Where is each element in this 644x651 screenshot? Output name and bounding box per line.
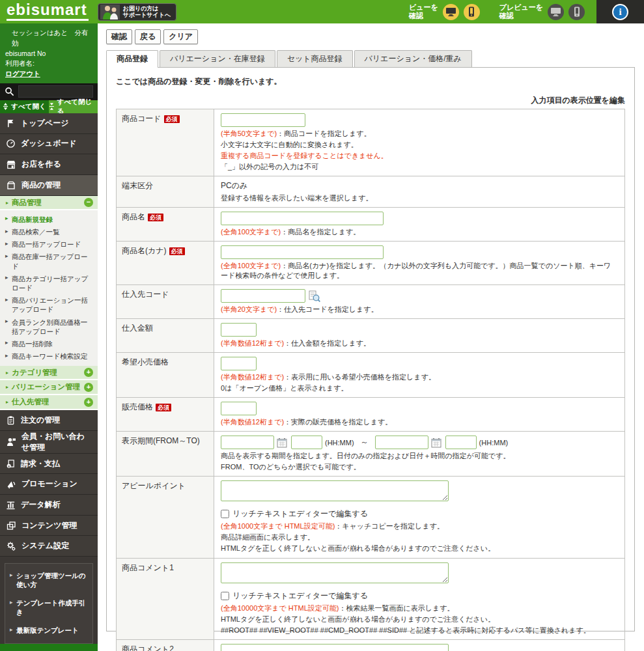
info-icon[interactable]: i — [612, 4, 628, 20]
sidebar-item-data-analysis[interactable]: データ解析 — [0, 495, 98, 516]
calendar-icon[interactable] — [277, 437, 287, 448]
clipboard-icon — [6, 415, 16, 425]
desktop-icon — [445, 7, 456, 17]
sidebar-footer-strip — [0, 644, 98, 651]
preview-desktop-button[interactable] — [548, 4, 564, 20]
submenu-item-variation-upload[interactable]: 商品バリエーション一括アップロード — [0, 294, 98, 316]
gear-icon — [6, 541, 16, 551]
tab-variation-price-weight[interactable]: バリエーション・価格/重み — [354, 50, 472, 67]
back-button[interactable]: 戻る — [135, 29, 161, 44]
product-form-table: 商品コード必須 (半角50文字まで)：商品コードを指定します。 小文字は大文字に… — [116, 109, 625, 651]
support-staff-photo — [100, 5, 120, 20]
submenu-item-rank-price-upload[interactable]: 会員ランク別商品価格一括アップロード — [0, 316, 98, 337]
period-from-time-input[interactable] — [291, 436, 322, 449]
sidebar-item-order-management[interactable]: 注文の管理 — [0, 410, 98, 431]
submenu-item-new-product[interactable]: 商品新規登録 — [0, 213, 98, 225]
submenu-item-stock-upload[interactable]: 商品在庫一括アップロード — [0, 251, 98, 272]
section-arrow-icon: ▸ — [6, 200, 8, 206]
field-label: アピールポイント — [122, 481, 186, 490]
product-name-kana-input[interactable] — [221, 245, 384, 259]
open-all-label: すべて開く — [11, 102, 46, 111]
view-label-line2: 確認 — [409, 12, 438, 20]
sidebar-search-input[interactable] — [18, 85, 93, 98]
help-link-template-guide[interactable]: テンプレート作成手引き — [7, 594, 91, 622]
sidebar-item-content-management[interactable]: コンテンツ管理 — [0, 516, 98, 536]
tab-variation-stock[interactable]: バリエーション・在庫登録 — [160, 50, 275, 67]
dashboard-icon — [6, 139, 16, 148]
preview-mobile-button[interactable] — [568, 4, 585, 20]
field-label: 表示期間(FROM～TO) — [122, 436, 200, 445]
form-panel: ここでは商品の登録・変更・削除を行います。 入力項目の表示位置を編集 商品コード… — [106, 67, 635, 631]
tab-set-product[interactable]: セット商品登録 — [277, 50, 353, 67]
product-code-input[interactable] — [221, 113, 305, 127]
row-appeal-point: アピールポイント リッチテキストエディターで編集する (全角1000文字まで H… — [117, 477, 624, 558]
clear-button[interactable]: クリア — [163, 29, 198, 44]
section-category-management[interactable]: ▸ カテゴリ管理 + — [0, 366, 98, 381]
help-link-shop-tool-guide[interactable]: ショップ管理ツールの使い方 — [7, 567, 91, 594]
appeal-point-textarea[interactable] — [221, 480, 449, 501]
supplier-code-input[interactable] — [221, 289, 305, 303]
appeal-point-richtext-checkbox[interactable] — [221, 510, 229, 518]
field-label: 商品名(カナ) — [122, 246, 167, 255]
row-product-name-kana: 商品名(カナ)必須 (全角100文字まで)：商品名(カナ)を指定します。（カナ以… — [117, 242, 624, 284]
submenu-item-category-upload[interactable]: 商品カテゴリ一括アップロード — [0, 272, 98, 294]
logout-link[interactable]: ログアウト — [5, 69, 40, 79]
period-to-time-input[interactable] — [445, 436, 477, 449]
sidebar-item-label: 注文の管理 — [21, 415, 60, 426]
expand-icon[interactable]: + — [84, 383, 93, 392]
sidebar-item-label: トップページ — [21, 118, 68, 129]
row-product-comment-2: 商品コメント2 リッチテキストエディターで編集する (全角20000文字まで H… — [117, 640, 624, 651]
sidebar-item-create-shop[interactable]: お店を作る — [0, 154, 98, 175]
submenu-item-search-list[interactable]: 商品検索／一覧 — [0, 226, 98, 238]
view-mobile-button[interactable] — [464, 4, 480, 20]
support-site-button[interactable]: お困りの方は サポートサイトへ — [98, 3, 176, 21]
session-panel: セッションはあと 分有効 ebisumart No 利用者名: ログアウト — [0, 23, 98, 83]
section-variation-management[interactable]: ▸ バリエーション管理 + — [0, 380, 98, 395]
store-icon — [6, 159, 16, 169]
comment-1-richtext-checkbox[interactable] — [221, 592, 229, 600]
expand-icon[interactable]: + — [84, 368, 93, 377]
submenu-item-bulk-delete[interactable]: 商品一括削除 — [0, 337, 98, 350]
selling-price-input[interactable] — [221, 402, 257, 415]
retail-price-input[interactable] — [221, 357, 257, 370]
period-to-date-input[interactable] — [375, 436, 428, 449]
help-link-latest-template[interactable]: 最新版テンプレート — [7, 622, 91, 640]
expand-icon[interactable]: + — [84, 398, 93, 407]
sidebar-item-billing-payment[interactable]: 請求・支払 — [0, 454, 98, 475]
sidebar-item-product-management[interactable]: 商品の管理 — [0, 175, 98, 196]
submenu-item-bulk-upload[interactable]: 商品一括アップロード — [0, 238, 98, 251]
confirm-button[interactable]: 確認 — [106, 29, 132, 44]
required-badge: 必須 — [156, 404, 171, 411]
session-remaining: セッションはあと 分有効 — [5, 28, 92, 49]
edit-field-position-link[interactable]: 入力項目の表示位置を編集 — [116, 95, 625, 106]
sidebar-item-label: 商品の管理 — [21, 180, 61, 191]
view-desktop-button[interactable] — [443, 4, 459, 20]
sidebar-item-top-page[interactable]: トップページ — [0, 113, 98, 134]
sidebar-item-system-settings[interactable]: システム設定 — [0, 536, 98, 557]
supplier-lookup-icon[interactable] — [308, 290, 321, 303]
product-comment-1-textarea[interactable] — [221, 562, 449, 583]
period-from-date-input[interactable] — [221, 436, 274, 449]
close-all-button[interactable]: すべて閉じる — [49, 100, 98, 113]
product-comment-2-textarea[interactable] — [221, 644, 449, 651]
sidebar-item-dashboard[interactable]: ダッシュボード — [0, 134, 98, 155]
section-product-management[interactable]: ▸ 商品管理 − — [0, 196, 98, 211]
calendar-icon[interactable] — [431, 437, 441, 448]
section-label: 商品管理 — [12, 198, 42, 208]
sidebar-item-member-inquiry[interactable]: 会員・お問い合わせ管理 — [0, 431, 98, 454]
tab-product-registration[interactable]: 商品登録 — [106, 50, 158, 68]
products-box-icon — [6, 180, 16, 190]
purchase-price-input[interactable] — [221, 323, 257, 337]
collapse-icon[interactable]: − — [84, 198, 93, 207]
required-badge: 必須 — [169, 247, 185, 255]
sidebar-item-promotion[interactable]: プロモーション — [0, 474, 98, 495]
top-header: ebisumart お困りの方は サポートサイトへ ビューを 確認 プレビューを… — [0, 0, 644, 23]
sidebar-item-label: コンテンツ管理 — [21, 520, 77, 531]
product-name-input[interactable] — [221, 212, 384, 225]
expand-collapse-toggles: すべて開く すべて閉じる — [0, 100, 98, 113]
submenu-item-keyword-search[interactable]: 商品キーワード検索設定 — [0, 350, 98, 363]
section-supplier-management[interactable]: ▸ 仕入先管理 + — [0, 395, 98, 410]
field-label: 商品名 — [122, 212, 145, 221]
open-all-button[interactable]: すべて開く — [0, 100, 49, 113]
tab-bar: 商品登録 バリエーション・在庫登録 セット商品登録 バリエーション・価格/重み — [98, 50, 644, 67]
